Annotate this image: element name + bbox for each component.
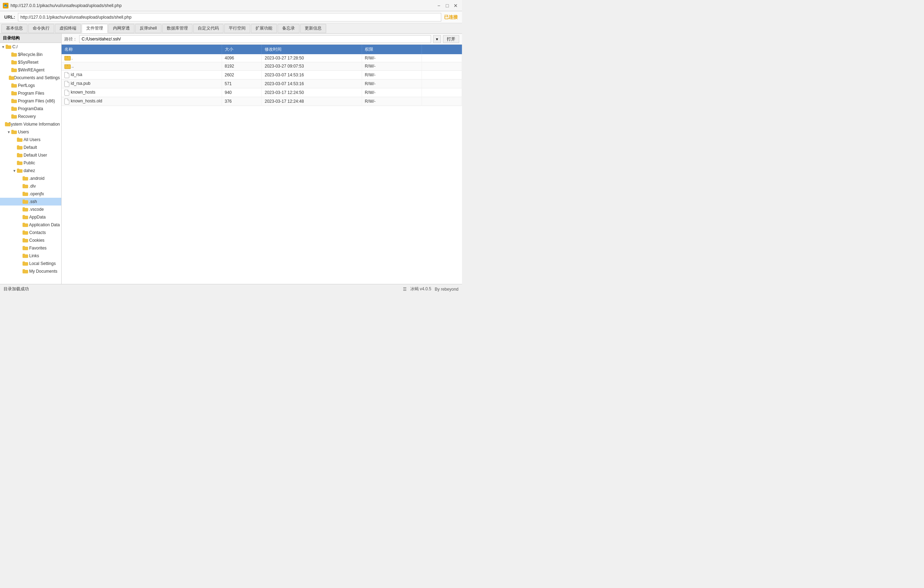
folder-icon [23, 261, 28, 266]
tree-item-local-settings[interactable]: Local Settings [0, 260, 61, 268]
status-text: 目录加载成功 [3, 286, 29, 292]
tree-item-default-user[interactable]: Default User [0, 151, 61, 159]
folder-icon [11, 83, 17, 88]
tree-item-label: .openjfx [29, 192, 44, 197]
tree-item-label: dahez [23, 168, 35, 173]
panel-header: 目录结构 [0, 34, 61, 43]
file-modified-cell: 2023-03-17 12:24:50 [262, 88, 362, 97]
nav-tab-custom-code[interactable]: 自定义代码 [193, 24, 223, 33]
file-name-cell: . [61, 54, 222, 62]
file-permissions-cell: R/W/- [362, 88, 422, 97]
nav-tab-extensions[interactable]: 扩展功能 [251, 24, 277, 33]
folder-icon [11, 99, 17, 103]
tree-toggle: ▼ [2, 45, 6, 49]
tree-item-cookies[interactable]: Cookies [0, 236, 61, 244]
file-name-text: known_hosts.old [71, 99, 102, 104]
folder-icon [23, 246, 28, 250]
tree-container: ▼C:/$Recycle.Bin$SysReset$WinREAgentDocu… [0, 43, 61, 275]
tree-item-application-data[interactable]: Application Data [0, 221, 61, 229]
table-row[interactable]: .40962023-03-27 17:28:50R/W/- [61, 54, 462, 62]
tree-item-openjfx[interactable]: .openjfx [0, 190, 61, 198]
folder-icon [23, 231, 28, 235]
minimize-button[interactable]: − [435, 2, 442, 9]
tree-item-appdata[interactable]: AppData [0, 213, 61, 221]
close-button[interactable]: ✕ [452, 2, 459, 9]
nav-tab-cmd-exec[interactable]: 命令执行 [28, 24, 54, 33]
file-extra-cell [422, 97, 462, 106]
tree-item-links[interactable]: Links [0, 252, 61, 260]
nav-tab-update-info[interactable]: 更新信息 [300, 24, 326, 33]
tree-item-favorites[interactable]: Favorites [0, 244, 61, 252]
folder-icon [23, 215, 28, 219]
tree-item-public[interactable]: Public [0, 159, 61, 167]
nav-tab-basic-info[interactable]: 基本信息 [2, 24, 28, 33]
connected-button[interactable]: 已连接 [444, 14, 458, 20]
tree-item-label: Default [23, 145, 37, 150]
nav-tab-virtual-terminal[interactable]: 虚拟终端 [55, 24, 81, 33]
menu-icon[interactable]: ☰ [403, 287, 407, 292]
url-input[interactable] [18, 13, 441, 21]
tree-item-label: Program Files (x86) [18, 99, 55, 104]
tree-item-android[interactable]: .android [0, 175, 61, 182]
table-row[interactable]: id_rsa26022023-03-07 14:53:16R/W/- [61, 70, 462, 79]
table-row[interactable]: known_hosts9402023-03-17 12:24:50R/W/- [61, 88, 462, 97]
left-panel: 目录结构 ▼C:/$Recycle.Bin$SysReset$WinREAgen… [0, 34, 61, 284]
file-name-text: .. [71, 64, 74, 69]
tree-item-recycle-bin[interactable]: $Recycle.Bin [0, 51, 61, 58]
url-bar: URL: 已连接 [0, 11, 462, 23]
tree-item-label: .dlv [29, 184, 36, 188]
folder-row-icon [64, 64, 70, 69]
tree-item-vscode[interactable]: .vscode [0, 205, 61, 213]
maximize-button[interactable]: □ [444, 2, 451, 9]
tree-item-label: All Users [23, 137, 40, 142]
file-name-text: . [71, 56, 73, 61]
path-dropdown-button[interactable]: ▼ [433, 35, 441, 43]
nav-tab-file-mgr[interactable]: 文件管理 [82, 24, 108, 33]
file-name-cell: known_hosts [61, 88, 222, 97]
table-row[interactable]: ..81922023-03-27 09:07:53R/W/- [61, 62, 462, 70]
nav-tab-db-mgr[interactable]: 数据库管理 [162, 24, 193, 33]
tree-item-dlv[interactable]: .dlv [0, 182, 61, 190]
tree-item-label: Users [18, 129, 29, 134]
title-bar-left: 🐟 http://127.0.0.1/pikachu/vul/unsafeupl… [3, 3, 122, 8]
tree-item-label: $SysReset [18, 60, 38, 65]
file-extra-cell [422, 54, 462, 62]
tree-item-contacts[interactable]: Contacts [0, 229, 61, 236]
tree-item-all-users[interactable]: All Users [0, 136, 61, 144]
nav-tab-reverse-shell[interactable]: 反弹shell [135, 24, 162, 33]
nav-tab-notes[interactable]: 备忘录 [278, 24, 299, 33]
tree-item-documents-settings[interactable]: Documents and Settings [0, 74, 61, 82]
table-row[interactable]: known_hosts.old3762023-03-17 12:24:48R/W… [61, 97, 462, 106]
file-permissions-cell: R/W/- [362, 97, 422, 106]
tree-item-program-files-x86[interactable]: Program Files (x86) [0, 97, 61, 105]
table-row[interactable]: id_rsa.pub5712023-03-07 14:53:16R/W/- [61, 79, 462, 88]
file-extra-cell [422, 88, 462, 97]
path-input[interactable] [79, 35, 431, 43]
tree-item-perflogs[interactable]: PerfLogs [0, 82, 61, 89]
folder-icon [17, 168, 23, 173]
version-label: 冰蝎 v4.0.5 [410, 286, 431, 292]
tree-item-system-volume-info[interactable]: System Volume Information [0, 121, 61, 128]
tree-item-users[interactable]: ▼Users [0, 128, 61, 136]
nav-tab-parallel-space[interactable]: 平行空间 [224, 24, 250, 33]
tree-item-default[interactable]: Default [0, 144, 61, 151]
tree-item-ssh[interactable]: .ssh [0, 198, 61, 205]
tree-item-label: Default User [23, 153, 47, 158]
tree-item-c-drive[interactable]: ▼C:/ [0, 43, 61, 51]
folder-icon [23, 269, 28, 273]
tree-item-programdata[interactable]: ProgramData [0, 105, 61, 112]
folder-icon [23, 238, 28, 243]
tree-item-winreagent[interactable]: $WinREAgent [0, 66, 61, 74]
tree-item-program-files[interactable]: Program Files [0, 89, 61, 97]
nav-tab-intranet[interactable]: 内网穿透 [108, 24, 134, 33]
file-size-cell: 8192 [222, 62, 262, 70]
tree-item-dahez[interactable]: ▼dahez [0, 167, 61, 175]
open-button[interactable]: 打开 [443, 35, 459, 43]
tree-item-label: ProgramData [18, 106, 43, 111]
window-title: http://127.0.0.1/pikachu/vul/unsafeuploa… [11, 3, 122, 8]
tree-item-recovery[interactable]: Recovery [0, 112, 61, 121]
file-name-cell: id_rsa.pub [61, 79, 222, 88]
tree-item-my-documents[interactable]: My Documents [0, 268, 61, 275]
url-label: URL: [4, 15, 15, 20]
tree-item-sysreset[interactable]: $SysReset [0, 58, 61, 66]
